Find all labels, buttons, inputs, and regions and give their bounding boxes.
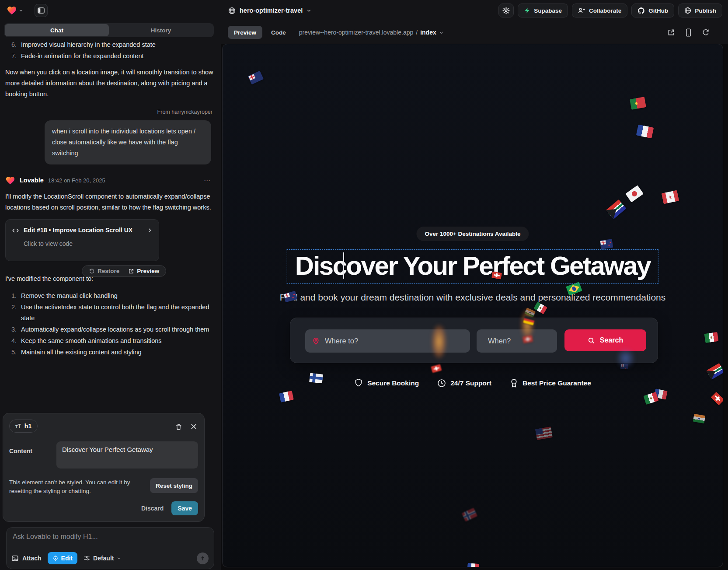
discard-button[interactable]: Discard: [141, 505, 164, 512]
version-actions: Restore Preview: [82, 265, 166, 277]
github-button[interactable]: GitHub: [631, 3, 674, 17]
target-icon: [52, 555, 59, 561]
default-mode-selector[interactable]: Default: [84, 555, 121, 562]
collaborate-label: Collaborate: [589, 7, 621, 14]
tab-chat[interactable]: Chat: [5, 24, 109, 36]
chevron-down-icon: [19, 8, 23, 13]
publish-globe-icon: [684, 7, 691, 14]
lovable-logo[interactable]: [7, 5, 23, 16]
restore-label: Restore: [98, 266, 119, 276]
supabase-label: Supabase: [534, 7, 562, 14]
list-item: Improved visual hierarchy in the expande…: [18, 39, 214, 50]
mobile-view-icon[interactable]: [686, 28, 691, 37]
destinations-badge: Over 1000+ Destinations Available: [416, 227, 529, 241]
supabase-button[interactable]: Supabase: [518, 3, 568, 17]
message-timestamp: 18:42 on Feb 20, 2025: [48, 175, 105, 186]
selected-element-tag: h1: [24, 423, 31, 430]
selected-element-badge[interactable]: TT h1: [9, 420, 38, 433]
message-source-label: From harrymckayroper: [5, 107, 212, 118]
send-button[interactable]: [197, 553, 209, 564]
edit-mode-button[interactable]: Edit: [48, 552, 77, 564]
sidebar-toggle-button[interactable]: [35, 4, 48, 17]
chevron-right-icon: [147, 227, 153, 233]
flag-ch-icon: [711, 392, 723, 405]
sliders-icon: [84, 555, 90, 561]
chat-scroll-area[interactable]: Improved visual hierarchy in the expande…: [5, 39, 214, 413]
chevron-down-icon: [117, 556, 121, 560]
globe-icon: [228, 7, 236, 14]
code-icon: [12, 227, 19, 234]
collaborate-button[interactable]: Collaborate: [572, 3, 627, 17]
flag-za-icon: [706, 363, 723, 380]
lovable-heart-icon: [5, 175, 15, 185]
hero-subtitle: Find and book your dream destination wit…: [223, 292, 723, 303]
flag-ca-icon: [662, 190, 679, 204]
save-button[interactable]: Save: [171, 501, 198, 515]
flag-mx-icon: [533, 302, 547, 315]
flag-glow: [616, 348, 635, 369]
preview-url[interactable]: preview--hero-optimizer-travel.lovable.a…: [299, 29, 444, 36]
flag-ch-icon: [431, 364, 442, 374]
trust-secure-booking: Secure Booking: [354, 378, 419, 388]
attach-button[interactable]: Attach: [12, 555, 42, 562]
flag-fr-icon: [467, 563, 479, 567]
assistant-message-header: Lovable 18:42 on Feb 20, 2025 ⋯: [5, 175, 214, 186]
selected-h1-outline[interactable]: Discover Your Perfect Getaway: [287, 249, 658, 284]
assistant-paragraph: I'll modify the LocationScroll component…: [5, 191, 214, 213]
assistant-list: Remove the manual click handlingUse the …: [18, 290, 214, 358]
user-message-bubble: when i scroll into the individual locati…: [45, 120, 211, 164]
preview-panel[interactable]: Over 1000+ Destinations Available Discov…: [222, 44, 723, 567]
chat-input[interactable]: [13, 533, 208, 541]
search-bar: Search: [290, 318, 658, 363]
list-item: Maintain all the existing content and st…: [18, 347, 214, 358]
search-button[interactable]: Search: [564, 329, 646, 351]
edit-version-card[interactable]: Edit #18 • Improve Location Scroll UX Cl…: [5, 219, 159, 261]
assistant-paragraph: Now when you click on a location image, …: [5, 67, 214, 100]
github-label: GitHub: [648, 7, 668, 14]
panel-toggle-icon: [38, 7, 45, 14]
flag-no-icon: [462, 507, 477, 521]
restore-icon: [89, 268, 95, 274]
element-editor-panel: TT h1 Content Discover Your Perfect Geta…: [3, 413, 205, 522]
close-icon[interactable]: [190, 423, 197, 430]
tab-preview[interactable]: Preview: [228, 26, 262, 39]
hero-title[interactable]: Discover Your Perfect Getaway: [295, 251, 650, 281]
restore-button[interactable]: Restore: [85, 266, 123, 276]
preview-version-button[interactable]: Preview: [124, 266, 163, 276]
flag-nz-icon: [600, 239, 613, 249]
text-type-icon: TT: [15, 423, 21, 429]
chevron-down-icon: [307, 8, 311, 13]
search-label: Search: [600, 336, 623, 344]
publish-button[interactable]: Publish: [678, 3, 722, 17]
people-icon: [578, 7, 585, 14]
flag-au-icon: [248, 70, 264, 84]
settings-button[interactable]: [498, 3, 514, 17]
topbar-actions: Supabase Collaborate GitHub Publish: [498, 3, 722, 17]
tab-code[interactable]: Code: [268, 29, 289, 36]
edit-mode-label: Edit: [61, 555, 73, 562]
project-switcher[interactable]: hero-optimizer-travel: [228, 0, 311, 21]
edit-card-subtitle: Click to view code: [24, 238, 153, 249]
publish-label: Publish: [695, 7, 716, 14]
tab-history[interactable]: History: [109, 24, 213, 36]
refresh-icon[interactable]: [702, 28, 710, 36]
arrow-up-icon: [200, 556, 206, 561]
trust-indicators: Secure Booking 24/7 Support Best Price G…: [223, 378, 723, 388]
flag-fr-icon: [279, 391, 294, 402]
list-item: Keep the same smooth animations and tran…: [18, 336, 214, 346]
chat-input-box: Attach Edit Default: [6, 527, 214, 569]
flag-jp-icon: [625, 185, 644, 202]
content-textarea[interactable]: Discover Your Perfect Getaway: [56, 441, 198, 469]
project-name: hero-optimizer-travel: [240, 7, 303, 14]
external-link-icon: [128, 268, 134, 274]
reset-styling-button[interactable]: Reset styling: [150, 478, 198, 493]
flag-fr-icon: [636, 125, 654, 139]
trash-icon[interactable]: [175, 423, 182, 431]
message-overflow-menu[interactable]: ⋯: [204, 175, 211, 186]
edit-card-title: Edit #18 • Improve Location Scroll UX: [24, 225, 143, 236]
gear-icon: [502, 7, 510, 14]
open-external-icon[interactable]: [667, 28, 675, 36]
when-field[interactable]: [477, 329, 557, 353]
list-item: Use the activeIndex state to control bot…: [18, 302, 214, 324]
assistant-name: Lovable: [20, 175, 44, 186]
